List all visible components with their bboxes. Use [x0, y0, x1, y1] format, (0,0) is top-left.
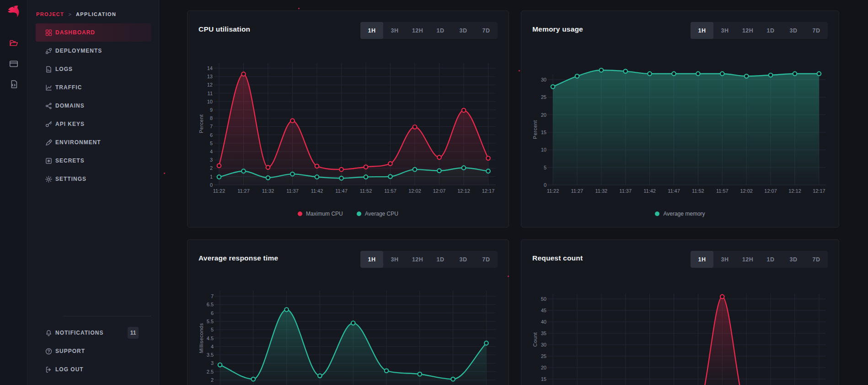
svg-text:11:32: 11:32 [262, 188, 274, 194]
logout-icon [45, 366, 53, 374]
svg-text:11:42: 11:42 [643, 188, 656, 194]
key-icon [45, 120, 53, 128]
sidebar-item-secrets[interactable]: SECRETS [36, 152, 151, 170]
svg-text:11:32: 11:32 [595, 188, 607, 194]
svg-text:11:57: 11:57 [384, 188, 396, 194]
range-button-12h[interactable]: 12H [736, 22, 759, 39]
range-button-3d[interactable]: 3D [782, 251, 805, 268]
svg-text:6: 6 [210, 132, 213, 138]
asterisk-icon [45, 157, 53, 165]
svg-text:3.5: 3.5 [207, 352, 214, 358]
y-tick-labels: 5045403530252015 [541, 296, 547, 382]
svg-text:2: 2 [211, 377, 214, 383]
nestjs-logo[interactable] [4, 3, 22, 22]
sidebar-item-logs[interactable]: LOGS [36, 60, 151, 78]
sidebar-item-logout[interactable]: LOG OUT [36, 360, 151, 379]
breadcrumb-project[interactable]: PROJECT [36, 11, 64, 17]
range-button-7d[interactable]: 7D [805, 22, 828, 39]
notifications-badge: 11 [128, 327, 139, 339]
range-button-7d[interactable]: 7D [475, 251, 498, 268]
card-title: CPU utilisation [198, 25, 250, 33]
range-button-1d[interactable]: 1D [759, 22, 782, 39]
credit-card-icon[interactable] [9, 59, 19, 69]
sidebar-item-support[interactable]: SUPPORT [36, 342, 151, 360]
range-button-1h[interactable]: 1H [360, 22, 383, 39]
file-code-icon[interactable] [9, 79, 19, 89]
range-button-1d[interactable]: 1D [429, 22, 452, 39]
svg-text:5: 5 [544, 165, 547, 170]
sidebar-item-settings[interactable]: SETTINGS [36, 170, 151, 188]
y-tick-labels: 76.565.554.543.532.52 [207, 293, 214, 383]
help-icon [45, 347, 53, 355]
range-button-3h[interactable]: 3H [713, 251, 736, 268]
sidebar-item-label: DASHBOARD [55, 29, 95, 36]
sidebar-item-deployments[interactable]: DEPLOYMENTS [36, 42, 151, 60]
y-axis-label: Percent [198, 114, 204, 133]
range-button-1d[interactable]: 1D [759, 251, 782, 268]
svg-text:11:27: 11:27 [237, 188, 250, 194]
range-button-3h[interactable]: 3H [383, 22, 406, 39]
legend-item[interactable]: Average memory [655, 211, 705, 217]
spark-dot [164, 173, 165, 174]
icon-rail [0, 0, 27, 385]
legend-item[interactable]: Maximum CPU [298, 211, 343, 217]
svg-text:30: 30 [541, 77, 547, 82]
svg-text:2: 2 [210, 165, 213, 171]
sidebar-item-environment[interactable]: ENVIRONMENT [36, 133, 151, 152]
sidebar-item-label: SETTINGS [55, 176, 86, 182]
svg-text:5: 5 [211, 327, 214, 332]
memory-usage-chart: Percent30252015105011:2211:2711:3211:371… [532, 50, 829, 228]
sidebar-item-label: LOG OUT [55, 366, 84, 373]
svg-text:12:17: 12:17 [813, 188, 825, 194]
range-button-3h[interactable]: 3H [713, 22, 736, 39]
svg-text:5.5: 5.5 [207, 319, 214, 324]
svg-text:3: 3 [210, 157, 213, 163]
svg-text:7: 7 [211, 293, 214, 299]
sidebar-item-traffic[interactable]: TRAFFIC [36, 78, 151, 97]
svg-text:11:37: 11:37 [286, 188, 299, 194]
bell-icon [45, 329, 53, 337]
range-button-12h[interactable]: 12H [736, 251, 759, 268]
svg-text:14: 14 [207, 65, 213, 71]
request-count-card: Request count 1H3H12H1D3D7D Count5045403… [521, 239, 839, 385]
svg-text:40: 40 [541, 319, 547, 325]
range-button-12h[interactable]: 12H [406, 22, 429, 39]
sidebar-item-label: DOMAINS [55, 103, 85, 109]
range-button-3d[interactable]: 3D [452, 251, 475, 268]
range-button-3d[interactable]: 3D [452, 22, 475, 39]
range-button-7d[interactable]: 7D [475, 22, 498, 39]
breadcrumb-application[interactable]: APPLICATION [76, 11, 116, 17]
svg-text:25: 25 [541, 353, 547, 359]
logs-icon [45, 65, 53, 73]
range-button-1h[interactable]: 1H [360, 251, 383, 268]
card-title: Memory usage [532, 25, 583, 33]
svg-text:11:27: 11:27 [571, 188, 584, 194]
legend-item[interactable]: Average CPU [357, 211, 398, 217]
svg-text:50: 50 [541, 296, 547, 302]
range-button-3d[interactable]: 3D [782, 22, 805, 39]
breadcrumb-separator: > [68, 11, 72, 17]
sidebar-item-domains[interactable]: DOMAINS [36, 97, 151, 115]
range-button-3h[interactable]: 3H [383, 251, 406, 268]
range-button-1h[interactable]: 1H [691, 22, 713, 39]
svg-text:2.5: 2.5 [207, 369, 214, 374]
range-button-7d[interactable]: 7D [805, 251, 828, 268]
domains-icon [45, 102, 53, 110]
svg-text:15: 15 [541, 130, 547, 135]
time-range-selector: 1H3H12H1D3D7D [691, 251, 828, 268]
dashboard-icon [45, 29, 53, 37]
open-folder-icon[interactable] [9, 38, 19, 49]
x-tick-labels: 11:2211:2711:3211:3711:4211:4711:5211:57… [547, 188, 825, 194]
sidebar-item-api-keys[interactable]: API KEYS [36, 115, 151, 133]
sidebar-divider [63, 316, 151, 316]
svg-text:11:37: 11:37 [619, 188, 632, 194]
sidebar-item-notifications[interactable]: NOTIFICATIONS 11 [36, 324, 151, 342]
time-range-selector: 1H3H12H1D3D7D [360, 251, 498, 268]
average-response-time-chart: Milliseconds76.565.554.543.532.52 [198, 279, 498, 385]
range-button-1d[interactable]: 1D [429, 251, 452, 268]
range-button-1h[interactable]: 1H [691, 251, 713, 268]
sidebar-item-dashboard[interactable]: DASHBOARD [36, 23, 151, 42]
range-button-12h[interactable]: 12H [406, 251, 429, 268]
cpu-utilisation-chart: Percent1413121110987654321011:2211:2711:… [198, 50, 498, 228]
gear-icon [45, 175, 53, 183]
